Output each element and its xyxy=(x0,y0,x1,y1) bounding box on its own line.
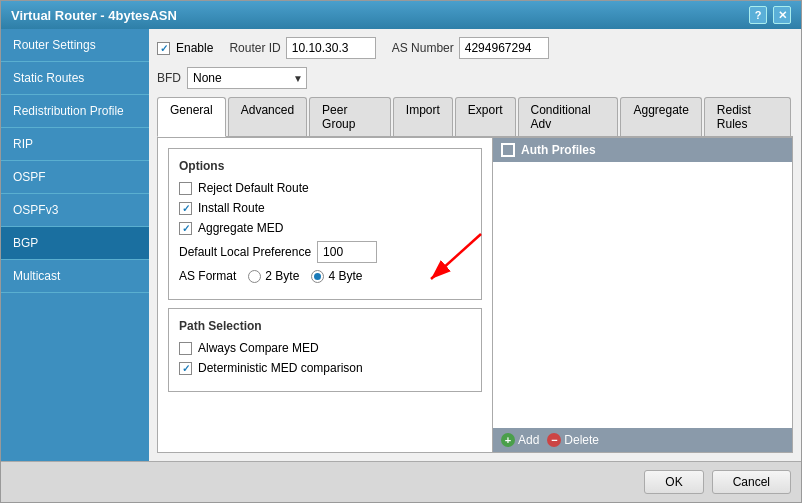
sidebar-item-ospfv3[interactable]: OSPFv3 xyxy=(1,194,149,227)
tab-advanced[interactable]: Advanced xyxy=(228,97,307,136)
close-button[interactable]: ✕ xyxy=(773,6,791,24)
auth-add-label: Add xyxy=(518,433,539,447)
default-local-pref-label: Default Local Preference xyxy=(179,245,311,259)
reject-default-route-checkbox[interactable] xyxy=(179,182,192,195)
tab-aggregate[interactable]: Aggregate xyxy=(620,97,701,136)
as-format-4byte-group: 4 Byte xyxy=(311,269,362,283)
main-window: Virtual Router - 4bytesASN ? ✕ Router Se… xyxy=(0,0,802,503)
auth-profiles-icon xyxy=(501,143,515,157)
bfd-value: None xyxy=(193,71,222,85)
always-compare-med-checkbox[interactable] xyxy=(179,342,192,355)
sidebar-item-redistribution-profile[interactable]: Redistribution Profile xyxy=(1,95,149,128)
reject-default-route-row: Reject Default Route xyxy=(179,181,471,195)
as-format-label: AS Format xyxy=(179,269,236,283)
tabs-row: General Advanced Peer Group Import Expor… xyxy=(157,97,793,137)
path-selection-box: Path Selection Always Compare MED Determ… xyxy=(168,308,482,392)
default-local-pref-row: Default Local Preference xyxy=(179,241,471,263)
title-bar: Virtual Router - 4bytesASN ? ✕ xyxy=(1,1,801,29)
auth-profiles-header: Auth Profiles xyxy=(493,138,792,162)
top-controls: Enable Router ID AS Number xyxy=(157,37,793,59)
as-format-2byte-label: 2 Byte xyxy=(265,269,299,283)
install-route-checkbox[interactable] xyxy=(179,202,192,215)
sidebar-item-ospf[interactable]: OSPF xyxy=(1,161,149,194)
options-box: Options Reject Default Route Install Rou… xyxy=(168,148,482,300)
sidebar-item-bgp[interactable]: BGP xyxy=(1,227,149,260)
options-title: Options xyxy=(179,159,471,173)
tab-redist-rules[interactable]: Redist Rules xyxy=(704,97,791,136)
reject-default-route-label: Reject Default Route xyxy=(198,181,309,195)
add-icon: + xyxy=(501,433,515,447)
as-number-input[interactable] xyxy=(459,37,549,59)
auth-delete-button[interactable]: − Delete xyxy=(547,433,599,447)
tab-export[interactable]: Export xyxy=(455,97,516,136)
tab-panel-wrapper: General Advanced Peer Group Import Expor… xyxy=(157,97,793,453)
tab-conditional-adv[interactable]: Conditional Adv xyxy=(518,97,619,136)
auth-delete-label: Delete xyxy=(564,433,599,447)
tab-general[interactable]: General xyxy=(157,97,226,137)
sidebar-item-static-routes[interactable]: Static Routes xyxy=(1,62,149,95)
left-section: Options Reject Default Route Install Rou… xyxy=(158,138,492,452)
default-local-pref-input[interactable] xyxy=(317,241,377,263)
as-format-4byte-radio[interactable] xyxy=(311,270,324,283)
sidebar-item-rip[interactable]: RIP xyxy=(1,128,149,161)
aggregate-med-row: Aggregate MED xyxy=(179,221,471,235)
sidebar-item-router-settings[interactable]: Router Settings xyxy=(1,29,149,62)
auth-profiles-footer: + Add − Delete xyxy=(493,428,792,452)
sidebar: Router Settings Static Routes Redistribu… xyxy=(1,29,149,461)
bfd-select-wrapper: None ▼ xyxy=(187,67,307,89)
auth-add-button[interactable]: + Add xyxy=(501,433,539,447)
enable-checkbox[interactable] xyxy=(157,42,170,55)
path-selection-title: Path Selection xyxy=(179,319,471,333)
right-section: Auth Profiles + Add − Delete xyxy=(492,138,792,452)
bfd-row: BFD None ▼ xyxy=(157,67,793,89)
help-button[interactable]: ? xyxy=(749,6,767,24)
auth-profiles-title: Auth Profiles xyxy=(521,143,596,157)
as-number-group: AS Number xyxy=(392,37,549,59)
router-id-input[interactable] xyxy=(286,37,376,59)
as-format-4byte-label: 4 Byte xyxy=(328,269,362,283)
as-format-row: AS Format 2 Byte 4 Byte xyxy=(179,269,471,283)
as-format-2byte-group: 2 Byte xyxy=(248,269,299,283)
delete-icon: − xyxy=(547,433,561,447)
auth-profiles-list xyxy=(493,162,792,428)
bottom-bar: OK Cancel xyxy=(1,461,801,502)
as-number-label: AS Number xyxy=(392,41,454,55)
always-compare-med-row: Always Compare MED xyxy=(179,341,471,355)
bfd-label: BFD xyxy=(157,71,181,85)
aggregate-med-checkbox[interactable] xyxy=(179,222,192,235)
tab-peer-group[interactable]: Peer Group xyxy=(309,97,391,136)
aggregate-med-label: Aggregate MED xyxy=(198,221,283,235)
tab-content: Options Reject Default Route Install Rou… xyxy=(157,137,793,453)
enable-row: Enable xyxy=(157,41,213,55)
deterministic-med-checkbox[interactable] xyxy=(179,362,192,375)
deterministic-med-row: Deterministic MED comparison xyxy=(179,361,471,375)
cancel-button[interactable]: Cancel xyxy=(712,470,791,494)
install-route-row: Install Route xyxy=(179,201,471,215)
as-format-2byte-radio[interactable] xyxy=(248,270,261,283)
bfd-select-display[interactable]: None xyxy=(187,67,307,89)
sidebar-item-multicast[interactable]: Multicast xyxy=(1,260,149,293)
main-content: Router Settings Static Routes Redistribu… xyxy=(1,29,801,461)
router-id-group: Router ID xyxy=(229,37,375,59)
enable-label: Enable xyxy=(176,41,213,55)
always-compare-med-label: Always Compare MED xyxy=(198,341,319,355)
router-id-label: Router ID xyxy=(229,41,280,55)
ok-button[interactable]: OK xyxy=(644,470,703,494)
deterministic-med-label: Deterministic MED comparison xyxy=(198,361,363,375)
bfd-dropdown-arrow: ▼ xyxy=(293,73,303,84)
install-route-label: Install Route xyxy=(198,201,265,215)
right-panel: Enable Router ID AS Number BFD None xyxy=(149,29,801,461)
tab-import[interactable]: Import xyxy=(393,97,453,136)
title-bar-icons: ? ✕ xyxy=(749,6,791,24)
window-title: Virtual Router - 4bytesASN xyxy=(11,8,177,23)
